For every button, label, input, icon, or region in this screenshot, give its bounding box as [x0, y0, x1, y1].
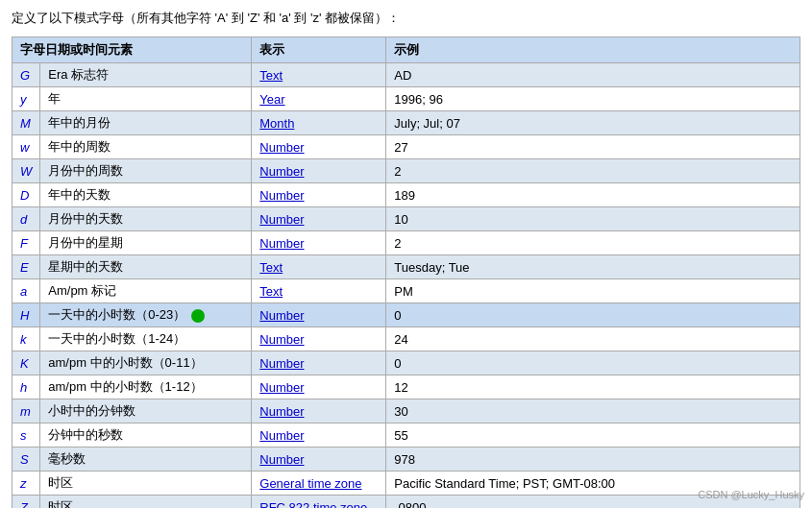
type-cell[interactable]: Text: [252, 63, 386, 87]
type-cell[interactable]: Number: [252, 303, 386, 327]
example-cell: AD: [386, 63, 800, 87]
type-link[interactable]: Number: [259, 428, 304, 443]
description-cell: 月份中的天数: [40, 207, 252, 231]
type-link[interactable]: Number: [259, 212, 304, 227]
type-link[interactable]: Month: [259, 116, 294, 131]
table-row: aAm/pm 标记TextPM: [12, 279, 800, 303]
type-link[interactable]: Number: [259, 356, 304, 371]
letter-cell: E: [12, 255, 40, 279]
type-cell[interactable]: Number: [252, 399, 386, 423]
letter-cell: m: [12, 399, 40, 423]
type-cell[interactable]: Text: [252, 255, 386, 279]
type-link[interactable]: Number: [259, 452, 304, 467]
type-link[interactable]: Number: [259, 140, 304, 155]
type-cell[interactable]: Year: [252, 87, 386, 111]
table-row: M年中的月份MonthJuly; Jul; 07: [12, 111, 800, 135]
description-cell: 时区: [40, 496, 252, 509]
type-cell[interactable]: RFC 822 time zone: [252, 496, 386, 509]
letter-cell: h: [12, 375, 40, 399]
type-link[interactable]: Number: [259, 308, 304, 323]
description-cell: Era 标志符: [40, 63, 252, 87]
type-cell[interactable]: Number: [252, 327, 386, 351]
col-header-letter: 字母日期或时间元素: [12, 37, 252, 63]
col-header-type: 表示: [252, 37, 386, 63]
letter-cell: H: [12, 303, 40, 327]
description-cell: am/pm 中的小时数（1-12）: [40, 375, 252, 399]
table-row: Z时区RFC 822 time zone-0800: [12, 496, 800, 509]
letter-cell: z: [12, 472, 40, 496]
type-cell[interactable]: Number: [252, 159, 386, 183]
letter-cell: d: [12, 207, 40, 231]
type-link[interactable]: Text: [259, 260, 283, 275]
example-cell: 0: [386, 303, 800, 327]
type-cell[interactable]: Text: [252, 279, 386, 303]
description-cell: 时区: [40, 472, 252, 496]
description-cell: 年中的周数: [40, 135, 252, 159]
table-row: Kam/pm 中的小时数（0-11）Number0: [12, 351, 800, 375]
letter-cell: K: [12, 351, 40, 375]
type-link[interactable]: Number: [259, 332, 304, 347]
annotation-dot: [191, 309, 205, 323]
example-cell: 2: [386, 231, 800, 255]
example-cell: 189: [386, 183, 800, 207]
type-link[interactable]: Number: [259, 188, 304, 203]
table-row: ham/pm 中的小时数（1-12）Number12: [12, 375, 800, 399]
type-cell[interactable]: Number: [252, 351, 386, 375]
letter-cell: F: [12, 231, 40, 255]
table-row: y年Year1996; 96: [12, 87, 800, 111]
type-link[interactable]: Number: [259, 164, 304, 179]
type-link[interactable]: Number: [259, 236, 304, 251]
type-link[interactable]: General time zone: [259, 476, 361, 491]
table-row: m小时中的分钟数Number30: [12, 399, 800, 423]
example-cell: PM: [386, 279, 800, 303]
type-cell[interactable]: Number: [252, 423, 386, 448]
description-cell: 年中的天数: [40, 183, 252, 207]
type-link[interactable]: Number: [259, 404, 304, 419]
letter-cell: a: [12, 279, 40, 303]
table-row: w年中的周数Number27: [12, 135, 800, 159]
description-cell: 年中的月份: [40, 111, 252, 135]
intro-text: 定义了以下模式字母（所有其他字符 'A' 到 'Z' 和 'a' 到 'z' 都…: [12, 10, 800, 27]
description-cell: 月份中的星期: [40, 231, 252, 255]
table-row: W月份中的周数Number2: [12, 159, 800, 183]
type-cell[interactable]: Number: [252, 231, 386, 255]
table-row: H一天中的小时数（0-23） Number0: [12, 303, 800, 327]
type-link[interactable]: Number: [259, 380, 304, 395]
table-row: F月份中的星期Number2: [12, 231, 800, 255]
type-link[interactable]: Text: [259, 68, 283, 83]
letter-cell: k: [12, 327, 40, 351]
type-link[interactable]: RFC 822 time zone: [259, 500, 367, 509]
letter-cell: W: [12, 159, 40, 183]
type-cell[interactable]: General time zone: [252, 472, 386, 496]
letter-cell: M: [12, 111, 40, 135]
table-row: D年中的天数Number189: [12, 183, 800, 207]
table-row: S毫秒数Number978: [12, 448, 800, 472]
example-cell: 24: [386, 327, 800, 351]
example-cell: 978: [386, 448, 800, 472]
type-cell[interactable]: Number: [252, 207, 386, 231]
type-link[interactable]: Year: [259, 92, 284, 107]
col-header-example: 示例: [386, 37, 800, 63]
type-cell[interactable]: Month: [252, 111, 386, 135]
description-cell: 小时中的分钟数: [40, 399, 252, 423]
type-cell[interactable]: Number: [252, 135, 386, 159]
type-cell[interactable]: Number: [252, 448, 386, 472]
example-cell: 10: [386, 207, 800, 231]
type-link[interactable]: Text: [259, 284, 283, 299]
letter-cell: Z: [12, 496, 40, 509]
description-cell: 年: [40, 87, 252, 111]
reference-table: 字母日期或时间元素 表示 示例 GEra 标志符TextADy年Year1996…: [12, 36, 800, 508]
table-row: d月份中的天数Number10: [12, 207, 800, 231]
letter-cell: s: [12, 423, 40, 448]
description-cell: 分钟中的秒数: [40, 423, 252, 448]
letter-cell: D: [12, 183, 40, 207]
description-cell: am/pm 中的小时数（0-11）: [40, 351, 252, 375]
example-cell: 1996; 96: [386, 87, 800, 111]
type-cell[interactable]: Number: [252, 375, 386, 399]
table-row: s分钟中的秒数Number55: [12, 423, 800, 448]
description-cell: 星期中的天数: [40, 255, 252, 279]
table-header-row: 字母日期或时间元素 表示 示例: [12, 37, 800, 63]
description-cell: 一天中的小时数（1-24）: [40, 327, 252, 351]
description-cell: 月份中的周数: [40, 159, 252, 183]
type-cell[interactable]: Number: [252, 183, 386, 207]
